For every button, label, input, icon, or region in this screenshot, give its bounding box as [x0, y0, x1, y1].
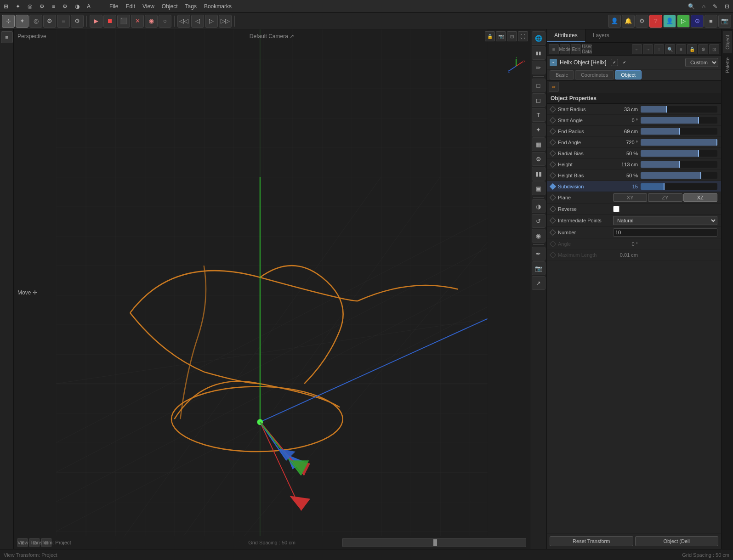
vertical-tab-object[interactable]: Object [723, 31, 732, 53]
plane-xz-btn[interactable]: XZ [683, 193, 717, 202]
props-paintbrush-icon[interactable]: ✏ [549, 82, 559, 92]
prop-slider-height-bias[interactable] [641, 172, 717, 179]
prop-slider-start-angle[interactable] [641, 117, 717, 124]
menu-item-view[interactable]: View [142, 3, 154, 10]
prop-checkbox-reverse[interactable] [613, 206, 619, 212]
settings-icon[interactable]: ⚙ [636, 15, 648, 28]
sphere-btn[interactable]: ◑ [532, 199, 545, 213]
plane-zy-btn[interactable]: ZY [648, 193, 682, 202]
mode-icon[interactable]: ▷ [677, 15, 690, 28]
object-visible-icon[interactable]: ✓ [611, 59, 618, 66]
light-btn[interactable]: ◉ [532, 229, 545, 243]
props-settings-icon[interactable]: ⚙ [698, 44, 708, 54]
props-lock-icon[interactable]: 🔒 [687, 44, 697, 54]
playback-btn[interactable]: ◁◁ [177, 15, 190, 28]
torus-btn[interactable]: ↺ [532, 214, 545, 228]
layers-btn[interactable]: ▮▮ [532, 46, 545, 60]
menu-icon-lines[interactable]: ≡ [52, 3, 55, 10]
camera-icon[interactable]: 📷 [718, 15, 731, 28]
prop-slider-start-radius[interactable] [641, 106, 717, 113]
props-mode-btn[interactable]: Mode [560, 44, 570, 54]
props-menu-icon[interactable]: ≡ [549, 44, 559, 54]
prop-slider-height[interactable] [641, 161, 717, 168]
vp-camera-btn[interactable]: 📷 [496, 31, 506, 41]
vp-timeline-slider[interactable] [342, 538, 526, 547]
prop-diamond-start-radius[interactable] [550, 106, 556, 112]
menu-item-object[interactable]: Object [162, 3, 178, 10]
star-btn[interactable]: ✦ [532, 123, 545, 136]
prop-slider-end-angle[interactable] [641, 139, 717, 146]
plane-xy-btn[interactable]: XY [613, 193, 647, 202]
prev-frame-btn[interactable]: ◁ [191, 15, 204, 28]
prop-diamond-reverse[interactable] [550, 205, 556, 212]
rotate-tool-btn[interactable]: ◎ [29, 15, 42, 28]
menu-item-bookmarks[interactable]: Bookmarks [204, 3, 232, 10]
prop-diamond-end-radius[interactable] [550, 128, 556, 134]
menu-icon-settings[interactable]: ⚙ [63, 3, 68, 10]
props-forward-icon[interactable]: → [643, 44, 653, 54]
props-search-icon[interactable]: 🔍 [665, 44, 675, 54]
scale-tool-btn[interactable]: ⚙ [43, 15, 56, 28]
vp-render-btn[interactable]: ⊡ [507, 31, 517, 41]
home-icon[interactable]: ⌂ [702, 3, 705, 10]
prop-diamond-max-length[interactable] [550, 251, 556, 258]
camera2-btn[interactable]: 📷 [532, 261, 545, 275]
select-tool-btn[interactable]: ✦ [16, 15, 28, 28]
pen-btn[interactable]: ✒ [532, 247, 545, 260]
vertical-tab-other[interactable]: Palette [723, 54, 732, 77]
x-btn[interactable]: ✕ [131, 15, 144, 28]
notification-icon[interactable]: 🔔 [622, 15, 635, 28]
record-btn[interactable]: ⬛ [117, 15, 130, 28]
menu-item-tags[interactable]: Tags [185, 3, 197, 10]
prop-input-number[interactable] [613, 228, 717, 237]
stop-btn[interactable]: ⏹ [103, 15, 116, 28]
prop-select-intermediate[interactable]: Natural Uniform Adaptive Subdivided [613, 216, 717, 225]
menu-icon-snap[interactable]: ✦ [16, 3, 20, 10]
sub-tab-object[interactable]: Object [615, 70, 642, 79]
prop-diamond-number[interactable] [550, 229, 556, 236]
prop-slider-subdivision[interactable] [641, 183, 717, 190]
object-check-icon[interactable]: ✓ [621, 59, 628, 66]
props-edit-btn[interactable]: Edit [571, 44, 581, 54]
prop-slider-end-radius[interactable] [641, 128, 717, 135]
multi-tool-btn[interactable]: ≡ [57, 15, 70, 28]
circle-btn[interactable]: ◉ [145, 15, 158, 28]
props-userdata-btn[interactable]: User Data [582, 44, 592, 54]
user-icon[interactable]: 👤 [608, 15, 621, 28]
prop-diamond-subdivision[interactable] [550, 183, 556, 189]
user2-icon[interactable]: 👤 [663, 15, 676, 28]
left-btn-1[interactable]: ≡ [1, 31, 13, 43]
ff-btn[interactable]: ▷▷ [219, 15, 232, 28]
reset-transform-btn[interactable]: Reset Transform [550, 536, 633, 546]
sub-tab-coordinates[interactable]: Coordinates [575, 70, 614, 79]
expand-icon[interactable]: ⊡ [725, 3, 729, 10]
square-btn[interactable]: □ [532, 79, 545, 92]
search-icon[interactable]: 🔍 [688, 3, 695, 10]
prop-diamond-intermediate[interactable] [550, 217, 556, 224]
rounded-sq-btn[interactable]: ◻ [532, 93, 545, 107]
object-deli-btn[interactable]: Object (Deli [635, 536, 719, 546]
props-filter-icon[interactable]: ≡ [676, 44, 686, 54]
vp-lock-btn[interactable]: 🔒 [485, 31, 495, 41]
props-back-icon[interactable]: ← [632, 44, 642, 54]
text-btn[interactable]: T [532, 108, 545, 122]
prop-diamond-height[interactable] [550, 161, 556, 167]
edit-mode-btn[interactable]: ✏ [532, 61, 545, 74]
menu-icon-render[interactable]: ◑ [75, 3, 80, 10]
help-icon[interactable]: ? [649, 15, 662, 28]
sub-tab-basic[interactable]: Basic [550, 70, 574, 79]
menu-icon-circle[interactable]: ◎ [28, 3, 32, 10]
cube-btn[interactable]: ▣ [532, 181, 545, 195]
cog-btn[interactable]: ⚙ [532, 152, 545, 166]
menu-icon-text[interactable]: A [87, 3, 91, 10]
prop-diamond-start-angle[interactable] [550, 117, 556, 123]
cube-icon[interactable]: ■ [705, 15, 717, 28]
menu-icon-grid[interactable]: ⊞ [4, 3, 8, 10]
prop-diamond-end-angle[interactable] [550, 139, 556, 145]
next-frame-btn[interactable]: ▷ [205, 15, 218, 28]
transform-tool-btn[interactable]: ⚙ [71, 15, 84, 28]
pipe-btn[interactable]: ▮▮ [532, 167, 545, 181]
object-preset-dropdown[interactable]: Custom [685, 58, 718, 67]
menu-icon-config[interactable]: ⚙ [40, 3, 45, 10]
world-btn[interactable]: 🌐 [532, 31, 545, 45]
